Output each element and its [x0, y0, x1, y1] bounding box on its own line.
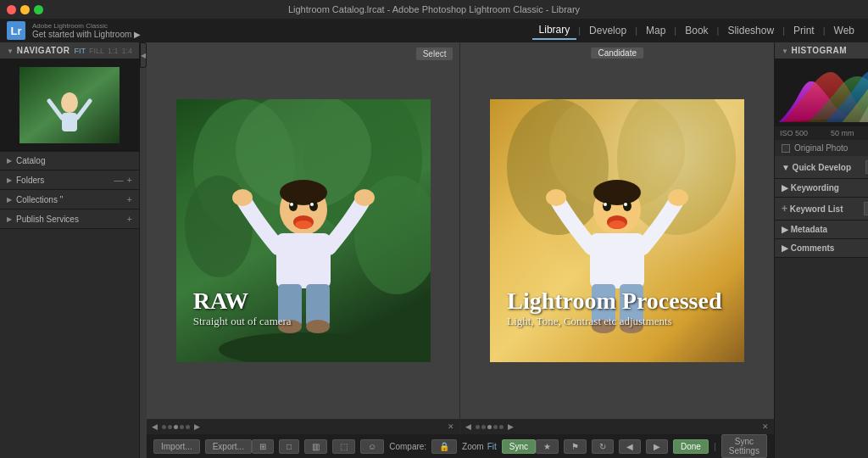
rating-btn[interactable]: ★ [536, 439, 559, 454]
publish-services-section: ▶ Publish Services + [0, 209, 139, 229]
keyword-list-header[interactable]: + Keyword List Default ▸ [775, 198, 868, 220]
catalog-header[interactable]: ▶ Catalog [0, 152, 139, 170]
histogram-info: ISO 500 50 mm f / 2.0 V sec [775, 126, 868, 140]
navigator-options: FIT FILL 1:1 1:4 [74, 47, 132, 55]
original-photo-label: Original Photo [794, 143, 848, 153]
publish-services-header[interactable]: ▶ Publish Services + [0, 209, 139, 228]
navigator-header[interactable]: ▼ Navigator FIT FILL 1:1 1:4 [0, 42, 139, 59]
focal-length: 50 mm [831, 129, 854, 137]
window-title: Lightroom Catalog.lrcat - Adobe Photosho… [288, 4, 580, 14]
right-pane-filmstrip: ◀ ▶ ✕ [460, 419, 773, 434]
right-prev-btn[interactable]: ◀ [464, 422, 473, 431]
lock-btn[interactable]: 🔒 [431, 439, 457, 454]
topbar-left: Lr Adobe Lightroom Classic Get started w… [7, 21, 141, 40]
grid-view-btn[interactable]: ⊞ [252, 439, 274, 454]
import-button[interactable]: Import... [153, 439, 200, 454]
svg-rect-15 [276, 233, 331, 288]
nav-map[interactable]: Map [639, 22, 672, 39]
quick-develop-header[interactable]: ▼ Quick Develop Defaults ▸ [775, 156, 868, 178]
original-photo-checkbox[interactable] [782, 144, 790, 153]
people-view-btn[interactable]: ☺ [360, 439, 384, 454]
export-button[interactable]: Export... [205, 439, 252, 454]
loupe-view-btn[interactable]: □ [279, 439, 299, 454]
bottom-right-controls: ★ ⚑ ↻ ◀ ▶ Done | Sync Settings [536, 434, 767, 458]
compare-view-btn[interactable]: ▥ [304, 439, 327, 454]
center-content: Select [147, 42, 774, 458]
metadata-header[interactable]: ▶ Metadata ▸ [775, 221, 868, 238]
raw-main-text: RAW [193, 288, 292, 315]
processed-photo: Lightroom Processed Light, Tone, Contras… [490, 99, 744, 362]
bottom-left-controls: Import... Export... [153, 439, 252, 454]
navigation-menu: Library | Develop | Map | Book | Slidesh… [532, 21, 861, 40]
left-panel-toggle[interactable]: ◀ [140, 42, 147, 68]
nav-slideshow[interactable]: Slideshow [721, 22, 781, 39]
nav-book[interactable]: Book [678, 22, 715, 39]
close-button[interactable] [7, 5, 16, 14]
rotate-btn[interactable]: ↻ [592, 439, 614, 454]
compare-label: Compare: [389, 442, 426, 451]
maximize-button[interactable] [34, 5, 43, 14]
collections-header[interactable]: ▶ Collections " + [0, 190, 139, 209]
folders-header[interactable]: ▶ Folders — + [0, 170, 139, 189]
left-pane-close-btn[interactable]: ✕ [446, 422, 456, 431]
navigator-title: ▼ Navigator [7, 46, 70, 55]
catalog-title: ▶ Catalog [7, 156, 45, 165]
metadata-section: ▶ Metadata ▸ [775, 221, 868, 239]
folders-plus[interactable]: + [127, 175, 132, 185]
separator: | [714, 441, 716, 451]
raw-photo: RAW Straight out of camera [176, 99, 431, 362]
keywording-header[interactable]: ▶ Keywording [775, 179, 868, 197]
candidate-label: Candidate [591, 47, 643, 59]
nav-prev-btn[interactable]: ◀ [619, 439, 641, 454]
right-panel: ▼ Histogram ▼ [774, 42, 868, 458]
svg-point-26 [290, 203, 293, 206]
collections-plus[interactable]: + [127, 194, 132, 204]
nav-print[interactable]: Print [787, 22, 821, 39]
right-photo-pane: Candidate [460, 42, 773, 434]
keyword-list-plus[interactable]: + [782, 203, 787, 215]
left-panel: ▼ Navigator FIT FILL 1:1 1:4 [0, 42, 140, 458]
left-prev-btn[interactable]: ◀ [150, 422, 159, 431]
histogram-header[interactable]: ▼ Histogram ▼ [775, 42, 868, 59]
navigator-preview [0, 59, 139, 152]
svg-point-24 [289, 201, 298, 211]
folders-minus[interactable]: — [114, 175, 124, 185]
nav-develop[interactable]: Develop [582, 22, 633, 39]
sync-left-btn[interactable]: Sync [502, 439, 536, 454]
folders-actions: — + [114, 175, 132, 185]
zoom-control: Zoom Fit [462, 442, 497, 451]
minimize-button[interactable] [20, 5, 30, 14]
nav-library[interactable]: Library [532, 21, 577, 40]
dot3 [174, 425, 178, 429]
left-next-btn[interactable]: ▶ [192, 422, 202, 431]
nav-web[interactable]: Web [827, 22, 861, 39]
svg-point-37 [668, 189, 688, 206]
keyword-list-title: + Keyword List [782, 203, 843, 215]
svg-point-45 [623, 201, 632, 211]
select-button[interactable]: Select [416, 47, 453, 60]
survey-view-btn[interactable]: ⬚ [332, 439, 355, 454]
raw-sub-text: Straight out of camera [193, 315, 292, 328]
sync-settings-button[interactable]: Sync Settings [721, 434, 767, 458]
left-photo-pane: Select [147, 42, 460, 434]
nav-fit[interactable]: FIT [74, 47, 86, 55]
right-next-btn[interactable]: ▶ [506, 422, 515, 431]
histogram-canvas [775, 59, 868, 126]
main-content: ▼ Navigator FIT FILL 1:1 1:4 [0, 42, 868, 458]
left-pane-filmstrip: ◀ ▶ ✕ [147, 419, 459, 434]
app-container: Lr Adobe Lightroom Classic Get started w… [0, 19, 868, 458]
nav-next-btn[interactable]: ▶ [646, 439, 668, 454]
folders-section: ▶ Folders — + [0, 170, 139, 190]
keyword-list-section: + Keyword List Default ▸ [775, 198, 868, 221]
quick-develop-section: ▼ Quick Develop Defaults ▸ [775, 156, 868, 179]
comments-header[interactable]: ▶ Comments ▸ [775, 239, 868, 257]
publish-plus[interactable]: + [127, 214, 132, 224]
done-button[interactable]: Done [673, 439, 709, 454]
get-started-link[interactable]: Get started with Lightroom ▶ [32, 30, 141, 39]
flag-btn[interactable]: ⚑ [564, 439, 587, 454]
folders-title: ▶ Folders [7, 176, 44, 185]
right-pane-close-btn[interactable]: ✕ [760, 422, 771, 431]
keyword-list-select[interactable]: Default [864, 202, 868, 215]
svg-point-27 [310, 203, 314, 206]
left-panel-sections: ▶ Catalog ▶ Folders — + [0, 152, 139, 458]
